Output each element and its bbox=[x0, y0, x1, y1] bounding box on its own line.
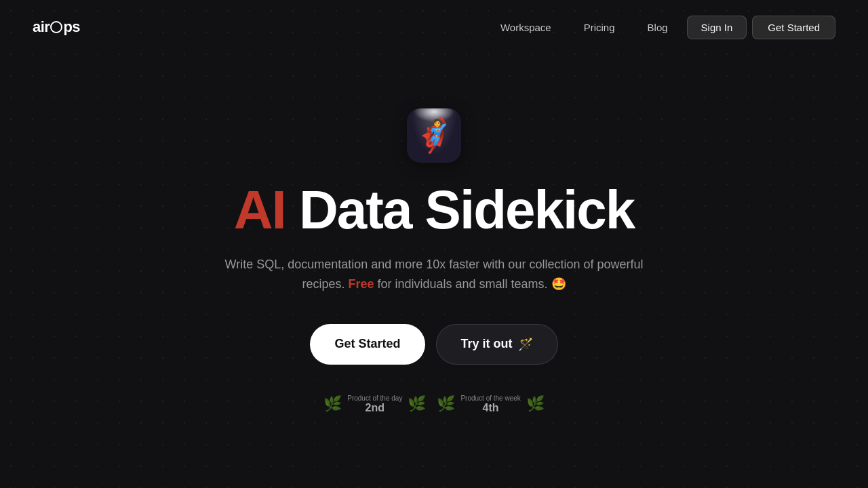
badge-product-of-day: 🌿 Product of the day 2nd 🌿 bbox=[323, 394, 426, 414]
nav-item-blog[interactable]: Blog bbox=[634, 16, 682, 39]
get-started-button[interactable]: Get Started bbox=[310, 324, 425, 365]
try-it-out-button[interactable]: Try it out 🪄 bbox=[436, 324, 558, 365]
hero-title-ai: AI bbox=[234, 180, 285, 240]
badge-day-rank: 2nd bbox=[366, 402, 384, 414]
nav-item-workspace[interactable]: Workspace bbox=[487, 16, 565, 39]
try-it-out-label: Try it out bbox=[461, 337, 513, 351]
hero-buttons: Get Started Try it out 🪄 bbox=[310, 324, 557, 365]
hero-subtitle-free: Free bbox=[348, 277, 374, 291]
hero-section: 🦸 AI Data Sidekick Write SQL, documentat… bbox=[0, 54, 868, 414]
nav-item-pricing[interactable]: Pricing bbox=[570, 16, 629, 39]
navbar: airps Workspace Pricing Blog Sign In Get… bbox=[0, 0, 868, 54]
badge-week-label: Product of the week bbox=[460, 394, 520, 402]
badge-product-of-week: 🌿 Product of the week 4th 🌿 bbox=[437, 394, 544, 414]
logo[interactable]: airps bbox=[33, 18, 80, 36]
signin-button[interactable]: Sign In bbox=[687, 16, 747, 39]
try-it-out-icon: 🪄 bbox=[518, 337, 533, 352]
laurel-right-day: 🌿 bbox=[408, 395, 426, 413]
badges-section: 🌿 Product of the day 2nd 🌿 🌿 Product of … bbox=[323, 394, 545, 414]
badge-day-label: Product of the day bbox=[347, 394, 402, 402]
hero-emoji: 🦸 bbox=[414, 117, 454, 155]
laurel-left-day: 🌿 bbox=[323, 395, 342, 413]
hero-icon: 🦸 bbox=[407, 108, 461, 163]
nav-get-started-button[interactable]: Get Started bbox=[752, 16, 835, 39]
hero-subtitle-after-free: for individuals and small teams. 🤩 bbox=[374, 277, 566, 291]
badge-week-rank: 4th bbox=[483, 402, 499, 414]
laurel-left-week: 🌿 bbox=[437, 395, 455, 413]
hero-title: AI Data Sidekick bbox=[234, 182, 635, 239]
hero-title-rest: Data Sidekick bbox=[285, 180, 635, 240]
laurel-right-week: 🌿 bbox=[526, 395, 545, 413]
hero-subtitle: Write SQL, documentation and more 10x fa… bbox=[224, 255, 644, 294]
nav-links: Workspace Pricing Blog Sign In Get Start… bbox=[487, 16, 835, 39]
